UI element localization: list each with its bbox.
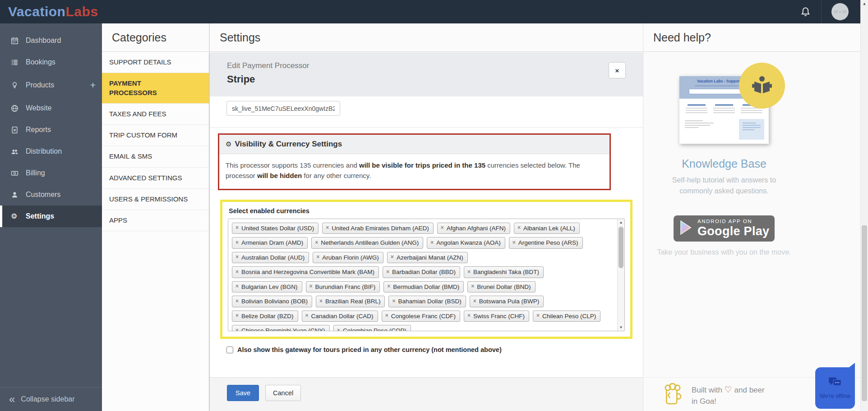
remove-currency-icon[interactable]: ×: [430, 240, 434, 246]
enabled-currencies-section: Select enabled currencies ×United States…: [220, 200, 633, 339]
currency-scrollbar-thumb[interactable]: [619, 227, 623, 268]
page-scroll-up-icon[interactable]: ▲: [861, 0, 868, 7]
remove-currency-icon[interactable]: ×: [467, 269, 471, 275]
settings-header: Settings: [210, 23, 643, 52]
other-currency-checkbox-row[interactable]: Also show this gateway for tours priced …: [226, 346, 632, 353]
currency-tag: ×Albanian Lek (ALL): [514, 223, 580, 234]
remove-currency-icon[interactable]: ×: [512, 240, 516, 246]
currency-tag: ×Bangladeshi Taka (BDT): [464, 266, 544, 278]
sidebar-item[interactable]: Dashboard: [0, 30, 102, 51]
page-scrollbar[interactable]: ▲: [860, 0, 868, 411]
heart-icon: ♡: [725, 384, 732, 394]
scroll-up-icon[interactable]: ▲: [618, 219, 624, 226]
category-item[interactable]: EMAIL & SMS: [102, 146, 209, 167]
remove-currency-icon[interactable]: ×: [235, 298, 239, 305]
remove-currency-icon[interactable]: ×: [391, 254, 394, 260]
remove-currency-icon[interactable]: ×: [235, 283, 239, 290]
currency-tag: ×Botswana Pula (BWP): [470, 296, 544, 307]
currency-tag: ×Armenian Dram (AMD): [232, 237, 308, 249]
modal-body: ⚙ Visibility & Currency Settings This pr…: [210, 96, 643, 377]
knowledge-base-link[interactable]: Knowledge Base: [656, 157, 792, 170]
currency-tag: ×Colombian Peso (COP): [333, 325, 411, 331]
sidebar-item[interactable]: Distribution: [0, 141, 102, 162]
currency-tag: ×Chinese Renminbi Yuan (CNY): [232, 325, 330, 331]
person-icon: [11, 191, 19, 199]
remove-currency-icon[interactable]: ×: [337, 328, 340, 331]
sidebar-item[interactable]: Bookings: [0, 51, 102, 73]
knowledge-base-thumbnail[interactable]: Vacation Labs - Support Desk: [679, 76, 769, 144]
sidebar-item[interactable]: Products +: [0, 73, 102, 97]
remove-currency-icon[interactable]: ×: [441, 225, 444, 231]
remove-currency-icon[interactable]: ×: [235, 225, 239, 231]
topbar: VacationLabs 30 x 30: [0, 0, 860, 23]
sidebar-item[interactable]: Reports: [0, 119, 102, 141]
modal-footer: Save Cancel: [210, 377, 643, 411]
remove-currency-icon[interactable]: ×: [326, 225, 329, 231]
category-item[interactable]: ADVANCED SETTINGS: [102, 168, 209, 189]
built-with-love-text: Built with ♡ and beer in Goa!: [692, 384, 771, 407]
remove-currency-icon[interactable]: ×: [309, 283, 313, 290]
save-button[interactable]: Save: [227, 385, 259, 401]
secret-key-input[interactable]: [226, 101, 340, 116]
category-item[interactable]: USERS & PERMISSIONS: [102, 189, 209, 210]
notifications-bell-icon[interactable]: [800, 6, 811, 18]
help-content: Vacation Labs - Support Desk: [643, 52, 792, 258]
expand-plus-icon[interactable]: +: [90, 80, 96, 91]
remove-currency-icon[interactable]: ×: [319, 298, 323, 305]
collapse-sidebar-button[interactable]: « Collapse sidebar: [0, 387, 102, 411]
remove-currency-icon[interactable]: ×: [316, 254, 319, 260]
collapse-chevrons-icon: «: [9, 396, 15, 403]
category-item[interactable]: TRIP CUSTOM FORM: [102, 125, 209, 146]
remove-currency-icon[interactable]: ×: [392, 298, 395, 305]
topbar-divider: [821, 0, 822, 23]
remove-currency-icon[interactable]: ×: [467, 313, 471, 319]
currency-list-scrollbar[interactable]: ▲ ▼: [617, 219, 624, 331]
remove-currency-icon[interactable]: ×: [385, 313, 388, 319]
google-play-badge[interactable]: ANDROID APP ON Google Play: [674, 215, 775, 242]
chat-widget[interactable]: We're offline: [815, 367, 855, 409]
cancel-button[interactable]: Cancel: [265, 385, 301, 401]
remove-currency-icon[interactable]: ×: [471, 283, 474, 290]
other-currency-checkbox[interactable]: [226, 347, 233, 353]
scroll-down-icon[interactable]: ▼: [618, 324, 624, 331]
sidebar-item[interactable]: Customers: [0, 184, 102, 206]
currency-tag: ×Australian Dollar (AUD): [232, 252, 309, 264]
remove-currency-icon[interactable]: ×: [235, 328, 239, 331]
remove-currency-icon[interactable]: ×: [517, 225, 521, 231]
currency-multiselect[interactable]: ×United States Dollar (USD)×United Arab …: [228, 219, 625, 331]
remove-currency-icon[interactable]: ×: [315, 240, 318, 246]
remove-currency-icon[interactable]: ×: [235, 269, 239, 275]
remove-currency-icon[interactable]: ×: [235, 313, 239, 319]
category-item[interactable]: APPS: [102, 210, 209, 231]
categories-header: Categories: [102, 23, 209, 52]
app-logo[interactable]: VacationLabs: [8, 4, 98, 19]
collapse-sidebar-label: Collapse sidebar: [21, 395, 74, 403]
remove-currency-icon[interactable]: ×: [235, 240, 239, 246]
currency-tag: ×Aruban Florin (AWG): [313, 252, 383, 264]
remove-currency-icon[interactable]: ×: [305, 313, 309, 319]
remove-currency-icon[interactable]: ×: [536, 313, 540, 319]
currency-tags: ×United States Dollar (USD)×United Arab …: [232, 223, 612, 331]
currency-tag: ×United States Dollar (USD): [232, 223, 319, 234]
category-item[interactable]: SUPPORT DETAILS: [102, 52, 209, 73]
currency-tag: ×Canadian Dollar (CAD): [302, 311, 378, 322]
logo-text-vacation: Vacation: [8, 4, 65, 19]
remove-currency-icon[interactable]: ×: [387, 283, 390, 290]
avatar[interactable]: 30 x 30: [831, 3, 849, 20]
remove-currency-icon[interactable]: ×: [235, 254, 239, 260]
categories-list: SUPPORT DETAILSPAYMENT PROCESSORSTAXES A…: [102, 52, 209, 231]
category-item[interactable]: TAXES AND FEES: [102, 104, 209, 125]
play-badge-line2: Google Play: [697, 224, 769, 238]
google-play-description: Take your business with you on the move.: [656, 247, 792, 258]
app-root: VacationLabs 30 x 30 Dashboard Bookings …: [0, 0, 868, 411]
remove-currency-icon[interactable]: ×: [473, 298, 476, 305]
sidebar-item[interactable]: Website: [0, 97, 102, 119]
sidebar: Dashboard Bookings Products + Website Re…: [0, 23, 102, 411]
close-button[interactable]: ×: [609, 62, 626, 78]
remove-currency-icon[interactable]: ×: [386, 269, 389, 275]
currency-tag: ×Belize Dollar (BZD): [232, 311, 298, 322]
page-scrollbar-thumb[interactable]: [862, 225, 867, 401]
sidebar-item[interactable]: ⚙ Settings: [0, 206, 102, 227]
category-item[interactable]: PAYMENT PROCESSORS: [102, 73, 209, 104]
sidebar-item[interactable]: Billing: [0, 162, 102, 184]
